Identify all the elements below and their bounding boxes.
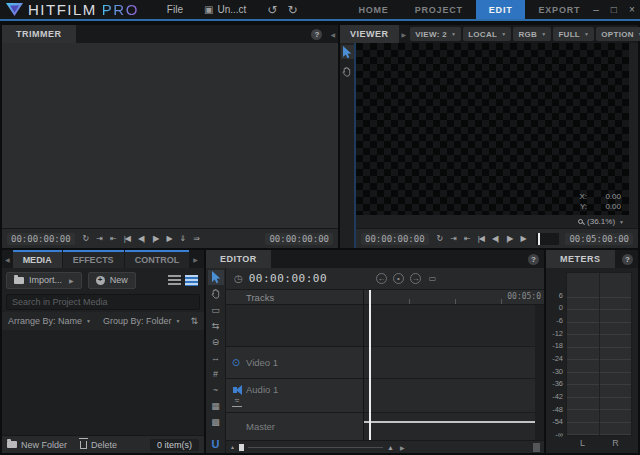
select-tool[interactable] xyxy=(341,45,354,59)
help-icon[interactable]: ? xyxy=(622,254,633,265)
new-button[interactable]: + New xyxy=(88,272,136,289)
speaker-icon[interactable] xyxy=(233,387,237,393)
hand-tool[interactable] xyxy=(341,64,354,78)
in-point-icon[interactable]: ⇤ xyxy=(106,234,120,243)
tab-editor[interactable]: EDITOR xyxy=(206,250,271,268)
editor-timecode[interactable]: 00:00:00:00 xyxy=(249,272,327,285)
insert-icon[interactable]: ⇓ xyxy=(176,234,190,243)
play-icon[interactable]: ▶ xyxy=(516,234,529,243)
tab-effects[interactable]: EFFECTS xyxy=(63,250,124,268)
timeline-ruler[interactable]: 00:05:0 xyxy=(364,290,544,305)
track-header-audio1[interactable]: Audio 1 ≈ xyxy=(226,378,363,412)
timeline-playhead[interactable] xyxy=(369,290,371,440)
timeline-area[interactable]: 00:05:0 xyxy=(364,290,544,440)
prev-frame-icon[interactable]: |◀ xyxy=(474,234,488,243)
list-view-icon[interactable] xyxy=(168,275,181,286)
in-point-icon[interactable]: ⇤ xyxy=(460,234,474,243)
audio-level-meter[interactable] xyxy=(566,272,632,436)
quality-dropdown[interactable]: FULL ▼ xyxy=(553,27,594,41)
nav-tab-project[interactable]: PROJECT xyxy=(402,0,476,19)
track-header-video1[interactable]: ⊙ Video 1 xyxy=(226,346,363,378)
zoom-level[interactable]: (36.1%) xyxy=(587,217,615,226)
minimize-button[interactable]: – xyxy=(593,4,599,15)
slip-tool[interactable]: ↔ xyxy=(208,350,224,365)
scrollbar-handle[interactable] xyxy=(239,444,244,451)
film-frame-icon[interactable]: ▦ xyxy=(208,398,224,413)
close-button[interactable]: × xyxy=(629,4,635,15)
snap-toggle[interactable]: U xyxy=(208,436,224,451)
select-tool[interactable] xyxy=(208,270,224,285)
roll-edit-tool[interactable]: ⊖ xyxy=(208,334,224,349)
timeline-track-master[interactable] xyxy=(364,412,544,440)
media-list-area[interactable] xyxy=(2,330,204,435)
hand-tool[interactable] xyxy=(208,286,224,301)
scroll-right-icon[interactable]: ▶ xyxy=(400,444,405,451)
view-mode-dropdown[interactable]: VIEW: 2 ▼ xyxy=(410,27,461,41)
undo-icon[interactable]: ↺ xyxy=(267,3,277,17)
viewer-canvas[interactable]: X:0.00 Y:0.00 xyxy=(356,43,629,215)
razor-tool[interactable]: ▭ xyxy=(208,302,224,317)
seek-playhead[interactable] xyxy=(538,233,540,245)
prev-frame-icon[interactable]: |◀ xyxy=(120,234,134,243)
tab-viewer[interactable]: VIEWER xyxy=(340,25,399,43)
tab-meters[interactable]: METERS xyxy=(546,250,615,268)
step-forward-icon[interactable]: |▶ xyxy=(502,234,516,243)
out-point-icon[interactable]: ⇥ xyxy=(446,234,460,243)
options-dropdown[interactable]: OPTION ▼ xyxy=(596,27,640,41)
overwrite-icon[interactable]: ⇒ xyxy=(189,234,203,243)
step-back-icon[interactable]: ◀| xyxy=(134,234,148,243)
scrollbar-track[interactable] xyxy=(248,447,383,448)
ripple-edit-tool[interactable]: ⇆ xyxy=(208,318,224,333)
slip-clip-icon[interactable]: ▭ xyxy=(427,273,438,284)
redo-icon[interactable]: ↻ xyxy=(287,3,297,17)
rate-stretch-tool[interactable]: ~ xyxy=(208,382,224,397)
master-level-line[interactable] xyxy=(364,421,544,423)
nav-tab-edit[interactable]: EDIT xyxy=(476,0,526,19)
file-menu[interactable]: File xyxy=(161,2,189,17)
loop-icon[interactable]: ↻ xyxy=(433,234,447,243)
zoom-out-icon[interactable]: ▲ xyxy=(230,444,235,450)
jump-forward-icon[interactable]: → xyxy=(410,273,421,284)
timeline-track-audio1[interactable] xyxy=(364,378,544,412)
snap-marker-icon[interactable]: • xyxy=(393,273,404,284)
panel-scroll-left-icon[interactable]: ◀ xyxy=(330,31,335,38)
eye-icon[interactable]: ⊙ xyxy=(226,357,246,368)
step-back-icon[interactable]: ◀| xyxy=(488,234,502,243)
nav-tab-home[interactable]: HOME xyxy=(345,0,401,19)
help-icon[interactable]: ? xyxy=(311,29,322,40)
audio-mixer-icon[interactable]: ≈ xyxy=(232,397,242,407)
viewer-seek-bar[interactable] xyxy=(536,233,560,245)
film-strip-icon[interactable]: ▩ xyxy=(208,414,224,429)
play-icon[interactable]: ▶ xyxy=(162,234,175,243)
zoom-in-icon[interactable]: ▲ xyxy=(387,444,394,451)
empty-track-area[interactable] xyxy=(226,305,363,346)
panel-scroll-right-icon[interactable]: ▶ xyxy=(402,31,407,38)
delete-button[interactable]: Delete xyxy=(80,440,117,450)
scrollbar-corner[interactable] xyxy=(533,443,540,452)
jump-back-icon[interactable]: ← xyxy=(376,273,387,284)
project-save-button[interactable]: ▣ Un...ct xyxy=(199,2,251,17)
loop-icon[interactable]: ↻ xyxy=(79,234,93,243)
group-by-dropdown[interactable]: Group By: Folder ▼ xyxy=(103,316,180,326)
sort-direction-icon[interactable]: ⇅ xyxy=(190,316,198,326)
chevron-down-icon[interactable]: ▼ xyxy=(619,219,624,225)
help-icon[interactable]: ? xyxy=(528,254,539,265)
timeline-track-video1[interactable] xyxy=(364,346,544,378)
detail-view-icon[interactable] xyxy=(185,275,198,286)
tab-control[interactable]: CONTROL xyxy=(125,250,190,268)
tab-scroll-right-icon[interactable]: ▶ xyxy=(193,256,198,263)
channels-dropdown[interactable]: RGB ▼ xyxy=(513,27,551,41)
tab-media[interactable]: MEDIA xyxy=(13,250,62,268)
import-button[interactable]: Import... ▶ xyxy=(6,272,82,289)
track-header-master[interactable]: Master xyxy=(226,412,363,440)
arrange-by-dropdown[interactable]: Arrange By: Name ▼ xyxy=(8,316,91,326)
space-dropdown[interactable]: LOCAL ▼ xyxy=(463,27,511,41)
nav-tab-export[interactable]: EXPORT xyxy=(525,0,593,19)
slide-tool[interactable]: # xyxy=(208,366,224,381)
maximize-button[interactable]: □ xyxy=(611,4,617,15)
tab-scroll-left-icon[interactable]: ◀ xyxy=(5,256,10,263)
new-folder-button[interactable]: New Folder xyxy=(7,440,67,450)
tab-trimmer[interactable]: TRIMMER xyxy=(2,25,76,43)
search-input[interactable] xyxy=(6,294,200,310)
out-point-icon[interactable]: ⇥ xyxy=(92,234,106,243)
